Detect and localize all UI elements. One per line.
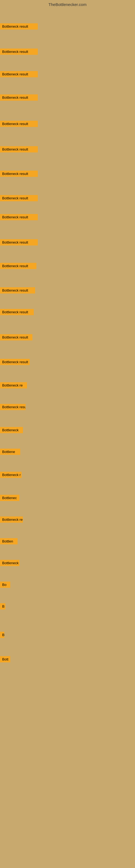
list-item[interactable]: Bottleneck result [0, 263, 37, 270]
bottleneck-result-label: Bottleneck result [0, 170, 38, 177]
bottleneck-result-label: Bottleneck r [0, 472, 21, 478]
list-item[interactable]: B [0, 603, 5, 611]
list-item[interactable]: Bottleneck result [0, 49, 38, 56]
list-item[interactable]: B [0, 632, 4, 639]
list-item[interactable]: Bottleneck re [0, 517, 23, 524]
list-item[interactable]: Bottleneck result [0, 214, 38, 221]
bottleneck-result-label: Bottleneck result [0, 121, 38, 127]
bottleneck-result-label: Bottleneck result [0, 334, 32, 340]
bottleneck-result-label: Bottlenec [0, 495, 19, 501]
list-item[interactable]: Bottlen [0, 538, 17, 546]
bottleneck-result-label: Bottleneck result [0, 71, 38, 77]
list-item[interactable]: Bottleneck result [0, 195, 38, 203]
list-item[interactable]: Bottleneck result [0, 359, 30, 366]
list-item[interactable]: Bottleneck result [0, 71, 38, 79]
list-item[interactable]: Bottleneck [0, 560, 19, 567]
bottleneck-result-label: Bott [0, 656, 10, 662]
bottleneck-result-label: Bottleneck re [0, 517, 23, 523]
list-item[interactable]: Bottleneck resul [0, 404, 26, 411]
list-item[interactable]: Bo [0, 582, 10, 589]
list-item[interactable]: Bottleneck re [0, 382, 27, 390]
bottleneck-result-label: Bo [0, 582, 10, 588]
list-item[interactable]: Bottleneck result [0, 23, 38, 31]
bottleneck-result-label: Bottleneck result [0, 146, 38, 152]
bottleneck-result-label: Bottleneck result [0, 309, 34, 315]
site-title: TheBottlenecker.com [0, 0, 135, 8]
list-item[interactable]: Bottleneck result [0, 239, 38, 247]
bottleneck-result-label: Bottleneck result [0, 23, 38, 30]
list-item[interactable]: Bottleneck result [0, 170, 38, 178]
bottleneck-result-label: B [0, 632, 4, 638]
bottleneck-result-label: Bottleneck result [0, 49, 38, 55]
list-item[interactable]: Bottleneck result [0, 287, 35, 294]
list-item[interactable]: Bottleneck result [0, 309, 34, 316]
list-item[interactable]: Bottleneck r [0, 472, 21, 479]
list-item[interactable]: Bottleneck result [0, 121, 38, 128]
bottleneck-result-label: Bottleneck result [0, 214, 38, 220]
bottleneck-result-label: Bottlene [0, 448, 20, 455]
list-item[interactable]: Bottleneck result [0, 146, 38, 154]
list-item[interactable]: Bottlenec [0, 495, 19, 502]
bottleneck-result-label: Bottlen [0, 538, 17, 545]
list-item[interactable]: Bott [0, 656, 10, 663]
bottleneck-result-label: Bottleneck [0, 427, 23, 433]
bottleneck-result-label: Bottleneck result [0, 287, 35, 293]
list-item[interactable]: Bottleneck [0, 427, 23, 434]
list-item[interactable]: Bottleneck result [0, 94, 38, 102]
bottleneck-result-label: Bottleneck re [0, 382, 27, 389]
bottleneck-result-label: B [0, 603, 5, 610]
bottleneck-result-label: Bottleneck resul [0, 404, 26, 410]
bottleneck-result-label: Bottleneck result [0, 263, 37, 269]
bottleneck-result-label: Bottleneck result [0, 94, 38, 101]
list-item[interactable]: Bottlene [0, 448, 20, 456]
bottleneck-result-label: Bottleneck result [0, 195, 38, 201]
bottleneck-result-label: Bottleneck result [0, 359, 30, 365]
list-item[interactable]: Bottleneck result [0, 334, 32, 341]
bottleneck-result-label: Bottleneck result [0, 239, 38, 246]
bottleneck-result-label: Bottleneck [0, 560, 19, 566]
